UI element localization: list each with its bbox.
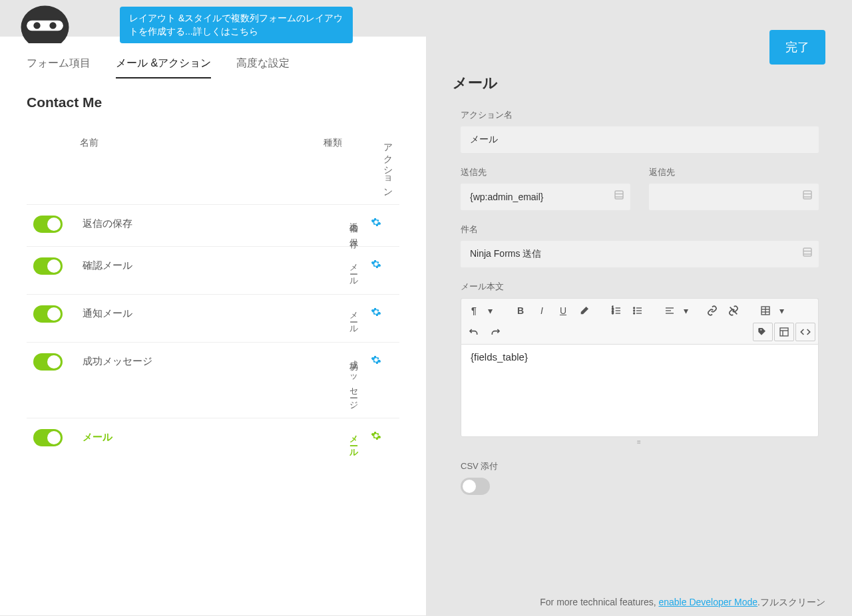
- eraser-icon[interactable]: [574, 301, 594, 320]
- column-header-action: アクション: [353, 137, 393, 194]
- action-type: メール: [326, 305, 359, 331]
- csv-toggle[interactable]: [461, 478, 490, 495]
- gear-icon[interactable]: [371, 355, 381, 365]
- svg-rect-34: [780, 328, 788, 336]
- csv-label: CSV 添付: [461, 460, 819, 472]
- tab-emails-actions[interactable]: メール &アクション: [116, 57, 211, 78]
- resize-handle[interactable]: ≡: [461, 437, 819, 447]
- italic-icon[interactable]: I: [532, 301, 552, 320]
- reply-input[interactable]: [649, 184, 819, 210]
- layout-tooltip[interactable]: レイアウト &スタイルで複数列フォームのレイアウトを作成する...詳しくはこちら: [120, 7, 353, 43]
- gear-icon[interactable]: [371, 259, 381, 269]
- action-type: 返信の保存: [326, 216, 359, 235]
- action-toggle[interactable]: [33, 216, 63, 233]
- ninja-logo: [13, 3, 77, 43]
- to-label: 送信先: [461, 166, 630, 178]
- action-toggle[interactable]: [33, 257, 63, 275]
- panel-title: メール: [453, 73, 819, 93]
- action-type: メール: [326, 257, 359, 283]
- svg-point-3: [49, 22, 56, 29]
- merge-tag-icon[interactable]: [613, 189, 625, 204]
- action-type: メール: [326, 429, 359, 455]
- gear-icon[interactable]: [371, 217, 381, 228]
- footer-text: For more technical features,: [540, 597, 658, 607]
- merge-tag-icon[interactable]: [801, 189, 813, 204]
- column-header-type: 種類: [313, 137, 353, 194]
- svg-point-22: [634, 307, 635, 309]
- ol-icon[interactable]: 123: [606, 301, 626, 320]
- action-type: 成功メッセージ: [326, 353, 359, 407]
- subject-input[interactable]: [461, 241, 819, 267]
- bold-icon[interactable]: B: [511, 301, 531, 320]
- svg-point-24: [634, 313, 635, 314]
- merge-tags-icon[interactable]: [753, 323, 773, 341]
- code-icon[interactable]: [795, 323, 815, 341]
- ul-icon[interactable]: [628, 301, 648, 320]
- svg-point-2: [33, 22, 40, 29]
- action-toggle[interactable]: [33, 353, 63, 371]
- svg-point-23: [634, 310, 635, 311]
- body-label: メール本文: [461, 281, 819, 293]
- action-name-label: アクション名: [461, 109, 819, 121]
- svg-rect-1: [27, 21, 63, 31]
- action-name: メール: [83, 429, 326, 444]
- merge-tag-icon[interactable]: [801, 246, 813, 261]
- tab-advanced[interactable]: 高度な設定: [236, 57, 290, 78]
- action-row[interactable]: メール メール: [27, 418, 399, 466]
- unlink-icon[interactable]: [724, 301, 744, 320]
- svg-text:3: 3: [612, 311, 614, 315]
- footer-after: .フルスクリーン: [757, 597, 825, 607]
- redo-icon[interactable]: [485, 323, 505, 341]
- gear-icon[interactable]: [371, 430, 381, 441]
- paragraph-icon[interactable]: ¶: [464, 301, 484, 320]
- caret-down-icon[interactable]: ▾: [777, 301, 786, 320]
- action-name: 確認メール: [83, 257, 326, 272]
- caret-down-icon[interactable]: ▾: [485, 301, 495, 320]
- action-toggle[interactable]: [33, 305, 63, 323]
- subject-label: 件名: [461, 224, 819, 235]
- tab-form-fields[interactable]: フォーム項目: [27, 57, 91, 78]
- action-name: 返信の保存: [83, 216, 326, 230]
- action-name: 通知メール: [83, 305, 326, 320]
- action-row[interactable]: 成功メッセージ 成功メッセージ: [27, 342, 399, 418]
- to-input[interactable]: [461, 184, 630, 210]
- media-icon[interactable]: [774, 323, 794, 341]
- align-icon[interactable]: [660, 301, 680, 320]
- svg-point-33: [760, 329, 761, 331]
- svg-rect-7: [803, 191, 811, 199]
- gear-icon[interactable]: [371, 307, 381, 317]
- table-icon[interactable]: [755, 301, 775, 320]
- svg-rect-10: [803, 248, 811, 256]
- developer-mode-link[interactable]: enable Developer Mode: [658, 597, 757, 607]
- action-name-input[interactable]: [461, 126, 819, 153]
- undo-icon[interactable]: [464, 323, 484, 341]
- action-name: 成功メッセージ: [83, 353, 326, 368]
- caret-down-icon[interactable]: ▾: [681, 301, 690, 320]
- action-toggle[interactable]: [33, 429, 63, 446]
- link-icon[interactable]: [702, 301, 722, 320]
- reply-label: 返信先: [649, 166, 819, 178]
- email-body-editor[interactable]: {fields_table}: [461, 344, 819, 437]
- svg-rect-4: [615, 191, 623, 199]
- column-header-name: 名前: [73, 137, 313, 194]
- underline-icon[interactable]: U: [553, 301, 573, 320]
- action-row[interactable]: 返信の保存 返信の保存: [27, 204, 399, 246]
- action-row[interactable]: 通知メール メール: [27, 294, 399, 342]
- form-title: Contact Me: [27, 94, 399, 110]
- action-row[interactable]: 確認メール メール: [27, 246, 399, 294]
